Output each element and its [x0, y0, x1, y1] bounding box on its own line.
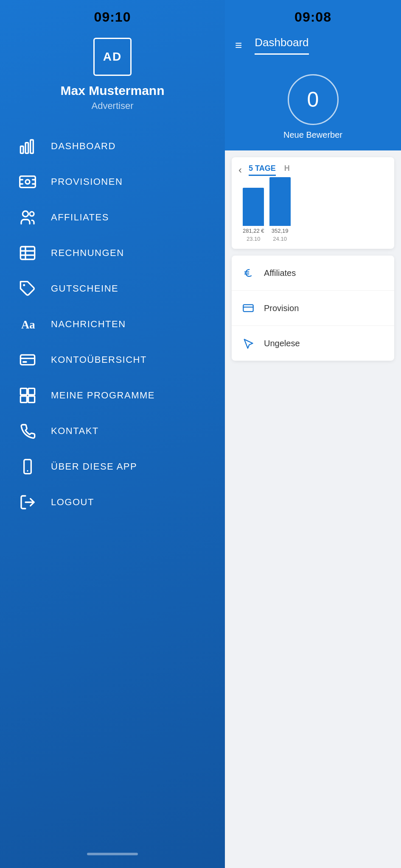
- svg-rect-11: [20, 388, 27, 395]
- table-icon: [17, 245, 38, 262]
- bar-1: [243, 188, 264, 226]
- svg-rect-2: [31, 140, 34, 153]
- cursor-icon: [240, 335, 256, 351]
- svg-point-4: [25, 180, 30, 184]
- neue-bewerber-badge: 0: [288, 74, 339, 125]
- scroll-indicator: [87, 853, 138, 855]
- right-panel: 09:08 ≡ Dashboard 0 Neue Bewerber ‹ 5 TA…: [225, 0, 401, 868]
- sidebar-item-kontoubersicht[interactable]: KONTOÜBERSICHT: [8, 342, 225, 378]
- sidebar-item-nachrichten-label: NACHRICHTEN: [51, 319, 126, 330]
- chart-tab-h[interactable]: H: [284, 164, 290, 176]
- profile-name: Max Mustermann: [60, 83, 164, 98]
- sidebar-item-provisionen[interactable]: PROVISIONEN: [8, 164, 225, 200]
- sidebar-item-uber-diese-app[interactable]: ÜBER DIESE APP: [8, 449, 225, 484]
- sidebar-item-provisionen-label: PROVISIONEN: [51, 176, 123, 187]
- bar-chart: 281,22 € 23.10 352,19 24.10: [238, 183, 387, 242]
- stat-provision-label: Provision: [264, 303, 386, 313]
- svg-rect-12: [28, 388, 35, 395]
- grid-icon: [17, 387, 38, 404]
- stats-card: Affiliates Provision Ungelese: [232, 256, 394, 361]
- svg-point-8: [23, 284, 25, 286]
- chart-nav: ‹ 5 TAGE H: [238, 164, 387, 176]
- svg-rect-13: [20, 396, 27, 403]
- svg-rect-1: [25, 143, 28, 153]
- chart-back-button[interactable]: ‹: [238, 164, 242, 176]
- chart-tabs: 5 TAGE H: [249, 164, 290, 176]
- avatar-initials: AD: [103, 50, 122, 64]
- euro-icon: [240, 265, 256, 281]
- bottom-area: [225, 367, 401, 452]
- sidebar-item-affiliates[interactable]: AFFILIATES: [8, 200, 225, 235]
- sidebar-item-kontoubersicht-label: KONTOÜBERSICHT: [51, 354, 147, 365]
- tag-icon: [17, 280, 38, 297]
- phone-icon: [17, 423, 38, 440]
- sidebar-item-uber-diese-app-label: ÜBER DIESE APP: [51, 461, 137, 472]
- sidebar-item-logout-label: LOGOUT: [51, 497, 94, 508]
- logout-icon: [17, 494, 38, 511]
- dashboard-tab[interactable]: Dashboard: [255, 36, 308, 55]
- money-icon: [17, 173, 38, 190]
- bar-2: [269, 177, 291, 226]
- sidebar-profile: AD Max Mustermann Advertiser: [0, 29, 225, 128]
- right-status-bar: 09:08: [225, 0, 401, 29]
- sidebar-time: 09:10: [94, 9, 131, 25]
- sidebar-item-meine-programme-label: MEINE PROGRAMME: [51, 390, 155, 401]
- neue-bewerber-card: 0 Neue Bewerber: [225, 61, 401, 150]
- right-header: ≡ Dashboard: [225, 29, 401, 61]
- bar-group-1: 281,22 € 23.10: [243, 188, 264, 242]
- stat-provision[interactable]: Provision: [232, 291, 394, 326]
- svg-rect-14: [28, 396, 35, 403]
- bar-chart-icon: [17, 138, 38, 155]
- sidebar-item-gutscheine-label: GUTSCHEINE: [51, 283, 118, 294]
- avatar: AD: [93, 38, 132, 76]
- sidebar: 09:10 AD Max Mustermann Advertiser DASHB…: [0, 0, 225, 868]
- sidebar-item-rechnungen[interactable]: RECHNUNGEN: [8, 235, 225, 271]
- svg-point-6: [30, 212, 34, 216]
- sidebar-status-bar: 09:10: [0, 0, 225, 29]
- phone-outline-icon: [17, 458, 38, 475]
- bar-2-date: 24.10: [273, 236, 287, 242]
- bar-group-2: 352,19 24.10: [269, 177, 291, 242]
- sidebar-item-affiliates-label: AFFILIATES: [51, 212, 109, 223]
- people-icon: [17, 209, 38, 226]
- card-icon: [17, 351, 38, 368]
- sidebar-item-dashboard[interactable]: DASHBOARD: [8, 128, 225, 164]
- svg-point-16: [27, 470, 28, 471]
- sidebar-item-kontakt-label: KONTAKT: [51, 426, 99, 437]
- chart-card: ‹ 5 TAGE H 281,22 € 23.10 352,19 24.10: [232, 157, 394, 249]
- sidebar-item-logout[interactable]: LOGOUT: [8, 484, 225, 520]
- svg-rect-7: [20, 247, 34, 259]
- sidebar-item-meine-programme[interactable]: MEINE PROGRAMME: [8, 378, 225, 413]
- stat-card-icon: [240, 300, 256, 316]
- stat-affiliates[interactable]: Affiliates: [232, 256, 394, 291]
- sidebar-item-dashboard-label: DASHBOARD: [51, 141, 116, 152]
- bar-1-amount: 281,22 €: [243, 228, 264, 234]
- stat-ungelesen-label: Ungelese: [264, 339, 386, 348]
- hamburger-icon[interactable]: ≡: [235, 39, 242, 52]
- svg-point-5: [22, 211, 28, 217]
- bar-2-amount: 352,19: [272, 228, 289, 234]
- right-time: 09:08: [294, 9, 331, 25]
- sidebar-item-nachrichten[interactable]: Aa NACHRICHTEN: [8, 306, 225, 342]
- nav-list: DASHBOARD PROVISIONEN AFFILIATES RECHNUN…: [0, 128, 225, 868]
- sidebar-item-kontakt[interactable]: KONTAKT: [8, 413, 225, 449]
- bar-1-date: 23.10: [247, 236, 261, 242]
- chart-tab-5tage[interactable]: 5 TAGE: [249, 164, 276, 176]
- svg-rect-0: [20, 146, 23, 153]
- profile-role: Advertiser: [91, 100, 133, 111]
- svg-rect-18: [243, 305, 253, 312]
- svg-rect-3: [20, 176, 36, 188]
- stat-ungelesen[interactable]: Ungelese: [232, 326, 394, 361]
- neue-bewerber-label: Neue Bewerber: [283, 130, 342, 140]
- sidebar-item-rechnungen-label: RECHNUNGEN: [51, 248, 124, 259]
- stat-affiliates-label: Affiliates: [264, 268, 386, 278]
- text-icon: Aa: [17, 316, 38, 333]
- sidebar-item-gutscheine[interactable]: GUTSCHEINE: [8, 271, 225, 306]
- svg-text:Aa: Aa: [21, 318, 35, 331]
- neue-bewerber-count: 0: [307, 87, 319, 112]
- svg-rect-10: [20, 355, 34, 364]
